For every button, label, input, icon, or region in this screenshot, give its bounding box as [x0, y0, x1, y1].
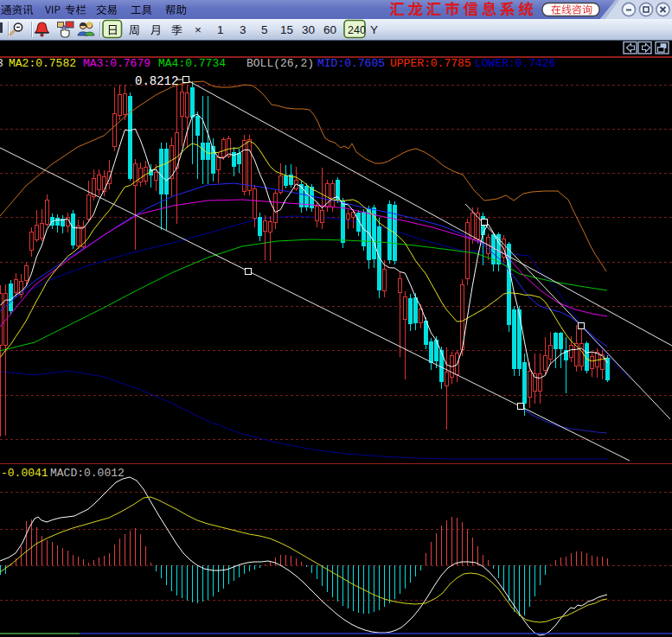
svg-text:60: 60 [323, 23, 336, 36]
svg-text:3: 3 [0, 57, 3, 70]
svg-text:0.8212: 0.8212 [135, 74, 178, 88]
svg-text:UPPER:0.7785: UPPER:0.7785 [390, 57, 471, 70]
svg-text:MA4:0.7734: MA4:0.7734 [158, 57, 226, 70]
svg-text:MA2:0.7582: MA2:0.7582 [9, 57, 76, 70]
svg-text:30: 30 [302, 23, 315, 36]
svg-text:Y: Y [370, 23, 378, 36]
svg-text:1: 1 [217, 23, 224, 36]
svg-text:MACD:0.0012: MACD:0.0012 [50, 467, 125, 480]
svg-text:×: × [195, 23, 202, 36]
svg-text:5: 5 [261, 23, 268, 36]
svg-text:-0.0041: -0.0041 [1, 467, 48, 480]
svg-text:BOLL(26,2): BOLL(26,2) [246, 57, 314, 70]
svg-text:MID:0.7605: MID:0.7605 [317, 57, 385, 70]
svg-text:240: 240 [348, 24, 366, 36]
svg-text:15: 15 [280, 23, 293, 36]
svg-text:3: 3 [240, 23, 246, 36]
svg-text:MA3:0.7679: MA3:0.7679 [83, 57, 150, 70]
svg-text:LOWER:0.7426: LOWER:0.7426 [475, 57, 556, 70]
